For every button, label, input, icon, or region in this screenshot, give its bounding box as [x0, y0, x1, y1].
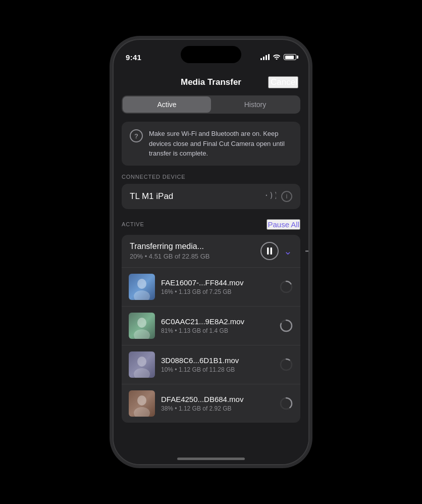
svg-point-12	[134, 368, 150, 378]
svg-point-8	[134, 329, 150, 339]
tab-active[interactable]: Active	[123, 96, 211, 113]
file-name: 3D088C6...6D1B1.mov	[161, 356, 273, 365]
svg-point-13	[281, 359, 292, 370]
annotation-line	[305, 250, 308, 251]
svg-point-4	[134, 290, 150, 300]
progress-circle	[279, 396, 293, 411]
signal-bars-icon	[260, 54, 270, 60]
file-info: DFAE4250...DB684.mov 38% • 1.12 GB of 2.…	[161, 395, 273, 412]
file-size: 10% • 1.12 GB of 11.28 GB	[161, 366, 273, 373]
transfer-main-card: Transferring media... 20% • 4.51 GB of 2…	[122, 235, 300, 268]
svg-rect-1	[267, 247, 269, 255]
cancel-button[interactable]: Cancel	[268, 76, 298, 88]
file-thumbnail	[129, 390, 155, 417]
thumbnail-image	[129, 390, 155, 417]
status-icons	[260, 54, 296, 61]
transfer-subtitle: 20% • 4.51 GB of 22.85 GB	[130, 253, 260, 260]
transfer-info: Transferring media... 20% • 4.51 GB of 2…	[130, 242, 260, 260]
file-info: 6C0AAC21...9E8A2.mov 81% • 1.13 GB of 1.…	[161, 317, 273, 334]
device-name: TL M1 iPad	[130, 191, 173, 201]
file-name: FAE16007-...FF844.mov	[161, 278, 273, 287]
list-item: 6C0AAC21...9E8A2.mov 81% • 1.13 GB of 1.…	[122, 307, 300, 345]
file-info: FAE16007-...FF844.mov 16% • 1.13 GB of 7…	[161, 278, 273, 295]
list-item: 3D088C6...6D1B1.mov 10% • 1.12 GB of 11.…	[122, 345, 300, 384]
file-name: DFAE4250...DB684.mov	[161, 395, 273, 404]
status-time: 9:41	[126, 53, 141, 62]
progress-circle	[279, 358, 293, 372]
list-item: DFAE4250...DB684.mov 38% • 1.12 GB of 2.…	[122, 384, 300, 423]
page-title: Media Transfer	[154, 77, 268, 87]
device-card: TL M1 iPad ·)) i	[122, 184, 300, 209]
svg-point-11	[137, 357, 146, 367]
file-thumbnail	[129, 351, 155, 378]
help-icon: ?	[130, 129, 143, 142]
file-size: 38% • 1.12 GB of 2.92 GB	[161, 405, 273, 412]
svg-text:·)): ·))	[264, 191, 276, 199]
svg-point-3	[137, 279, 146, 289]
info-text: Make sure Wi-Fi and Bluetooth are on. Ke…	[149, 129, 292, 159]
transfer-controls: ⌄	[260, 242, 292, 260]
thumbnail-image	[129, 351, 155, 378]
thumbnail-image	[129, 313, 155, 339]
pause-icon	[267, 247, 273, 255]
file-size: 16% • 1.13 GB of 7.25 GB	[161, 288, 273, 295]
header: Media Transfer Cancel	[114, 67, 308, 95]
dynamic-island	[181, 46, 241, 63]
file-size: 81% • 1.13 GB of 1.4 GB	[161, 327, 273, 334]
home-indicator	[177, 458, 245, 460]
chevron-down-button[interactable]: ⌄	[284, 245, 292, 257]
list-item: FAE16007-...FF844.mov 16% • 1.13 GB of 7…	[122, 268, 300, 307]
thumbnail-image	[129, 274, 155, 300]
device-info-button[interactable]: i	[281, 191, 292, 202]
file-info: 3D088C6...6D1B1.mov 10% • 1.12 GB of 11.…	[161, 356, 273, 373]
svg-rect-2	[271, 247, 273, 255]
transfer-title: Transferring media...	[130, 242, 260, 251]
streaming-icon: ·))	[264, 191, 276, 201]
svg-point-15	[137, 395, 146, 406]
active-header: ACTIVE Pause All	[114, 219, 308, 235]
pause-all-button[interactable]: Pause All	[267, 219, 300, 230]
device-icons: ·)) i	[264, 191, 292, 202]
main-content: Media Transfer Cancel Active History ? M…	[114, 67, 308, 464]
file-list: FAE16007-...FF844.mov 16% • 1.13 GB of 7…	[122, 268, 300, 423]
battery-icon	[284, 54, 296, 60]
file-thumbnail	[129, 313, 155, 339]
pause-button[interactable]	[260, 242, 279, 260]
progress-circle	[279, 319, 293, 333]
connected-device-label: CONNECTED DEVICE	[114, 174, 308, 184]
tab-history[interactable]: History	[211, 96, 299, 113]
file-thumbnail	[129, 274, 155, 300]
active-section-label: ACTIVE	[122, 221, 144, 227]
file-name: 6C0AAC21...9E8A2.mov	[161, 317, 273, 326]
wifi-icon	[273, 54, 281, 61]
svg-point-7	[137, 318, 146, 328]
segmented-control: Active History	[122, 95, 300, 114]
progress-circle	[279, 280, 293, 294]
info-card: ? Make sure Wi-Fi and Bluetooth are on. …	[122, 122, 300, 166]
phone-frame: 9:41 Media Transfer Cancel	[113, 39, 309, 465]
transfer-group: Transferring media... 20% • 4.51 GB of 2…	[122, 235, 300, 268]
svg-point-16	[134, 407, 150, 417]
